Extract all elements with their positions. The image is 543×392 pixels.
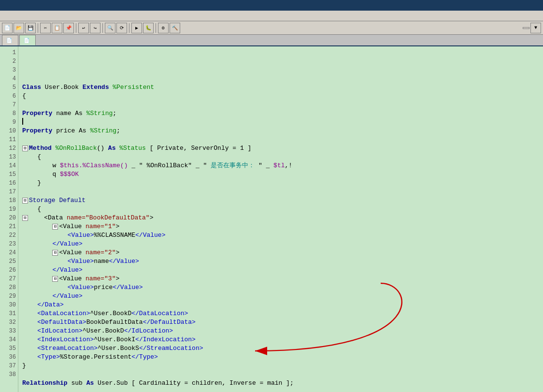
table-row: <IndexLocation>^User.BookI</IndexLocatio…: [22, 335, 539, 344]
table-row: Property price As %String;: [22, 127, 539, 135]
table-row: w $this.%ClassName() _ " %OnRollBack" _ …: [22, 161, 539, 170]
menu-utilities[interactable]: [62, 15, 70, 17]
replace-button[interactable]: ⟳: [116, 23, 127, 33]
toolbar: 📄 📂 💾 ✂ 📋 📌 ↩ ↪ 🔍 ⟳ ▶ 🐛 ⚙ 🔨 ▼: [0, 21, 543, 35]
table-row: Property name As %String;: [22, 109, 539, 118]
studio-commands-btn[interactable]: [523, 27, 529, 29]
table-row: [22, 135, 539, 144]
menu-class[interactable]: [31, 15, 39, 17]
table-row: <IdLocation>^User.BookD</IdLocation>: [22, 327, 539, 335]
toolbar-sep-4: [129, 23, 129, 33]
build-button[interactable]: 🔨: [170, 23, 180, 33]
table-row: Class User.Book Extends %Persistent: [22, 83, 539, 92]
copy-button[interactable]: 📋: [52, 23, 62, 33]
find-button[interactable]: 🔍: [105, 23, 115, 33]
table-row: <DataLocation>^User.BookD</DataLocation>: [22, 309, 539, 318]
tab-bar: 📄 📄: [0, 35, 543, 46]
table-row: [22, 388, 539, 392]
table-row: ⊟ <Data name="BookDefaultData">: [22, 214, 539, 222]
table-row: </Value>: [22, 292, 539, 301]
tab-userbook[interactable]: 📄: [19, 35, 36, 45]
table-row: q $$$OK: [22, 170, 539, 179]
table-row: <Value>%%CLASSNAME</Value>: [22, 231, 539, 240]
extra-button[interactable]: ▼: [530, 23, 541, 33]
tab-util-icon: 📄: [6, 38, 12, 43]
menu-help[interactable]: [77, 15, 85, 17]
save-button[interactable]: 💾: [25, 23, 36, 33]
table-row: [22, 118, 539, 127]
menu-view[interactable]: [15, 15, 23, 17]
table-row: ⊟<Value name="1">: [22, 222, 539, 231]
menu-file[interactable]: [0, 15, 8, 17]
code-content[interactable]: Class User.Book Extends %Persistent{ Pro…: [18, 46, 543, 392]
table-row: <Value>price</Value>: [22, 283, 539, 292]
undo-button[interactable]: ↩: [78, 23, 89, 33]
toolbar-sep-2: [76, 23, 76, 33]
table-row: }: [22, 362, 539, 370]
table-row: <Type>%Storage.Persistent</Type>: [22, 353, 539, 362]
table-row: ⊟<Value name="3">: [22, 275, 539, 283]
debug-button[interactable]: 🐛: [143, 23, 154, 33]
cut-button[interactable]: ✂: [40, 23, 51, 33]
title-bar: [0, 0, 543, 11]
table-row: {: [22, 92, 539, 101]
table-row: }: [22, 179, 539, 188]
menu-build[interactable]: [39, 15, 46, 17]
menu-project[interactable]: [23, 15, 31, 17]
paste-button[interactable]: 📌: [63, 23, 74, 33]
table-row: {: [22, 205, 539, 214]
menu-edit[interactable]: [8, 15, 15, 17]
table-row: </Value>: [22, 266, 539, 275]
table-row: Relationship sub As User.Sub [ Cardinali…: [22, 379, 539, 388]
menu-window[interactable]: [70, 15, 77, 17]
table-row: ⊟Storage Default: [22, 196, 539, 205]
table-row: </Data>: [22, 301, 539, 309]
line-numbers: 1234567891011121314151617181920212223242…: [0, 46, 18, 392]
menu-tools[interactable]: [54, 15, 62, 17]
table-row: ⊟<Value name="2">: [22, 248, 539, 257]
table-row: [22, 188, 539, 196]
table-row: ⊟Method %OnRollBack() As %Status [ Priva…: [22, 144, 539, 153]
table-row: <Value>name</Value>: [22, 257, 539, 266]
table-row: {: [22, 153, 539, 161]
toolbar-sep-3: [102, 23, 103, 33]
menu-bar: [0, 11, 543, 21]
table-row: [22, 370, 539, 379]
run-button[interactable]: ▶: [131, 23, 142, 33]
new-button[interactable]: 📄: [2, 23, 13, 33]
compile-button[interactable]: ⚙: [158, 23, 169, 33]
tab-userbook-icon: 📄: [24, 38, 29, 43]
table-row: <StreamLocation>^User.BookS</StreamLocat…: [22, 344, 539, 353]
table-row: <DefaultData>BookDefaultData</DefaultDat…: [22, 318, 539, 327]
tab-util[interactable]: 📄: [2, 35, 18, 45]
open-button[interactable]: 📂: [14, 23, 24, 33]
code-editor[interactable]: 1234567891011121314151617181920212223242…: [0, 46, 543, 392]
toolbar-sep-5: [156, 23, 156, 33]
toolbar-sep-1: [38, 23, 38, 33]
table-row: </Value>: [22, 240, 539, 248]
menu-debug[interactable]: [46, 15, 54, 17]
redo-button[interactable]: ↪: [90, 23, 100, 33]
table-row: [22, 101, 539, 109]
